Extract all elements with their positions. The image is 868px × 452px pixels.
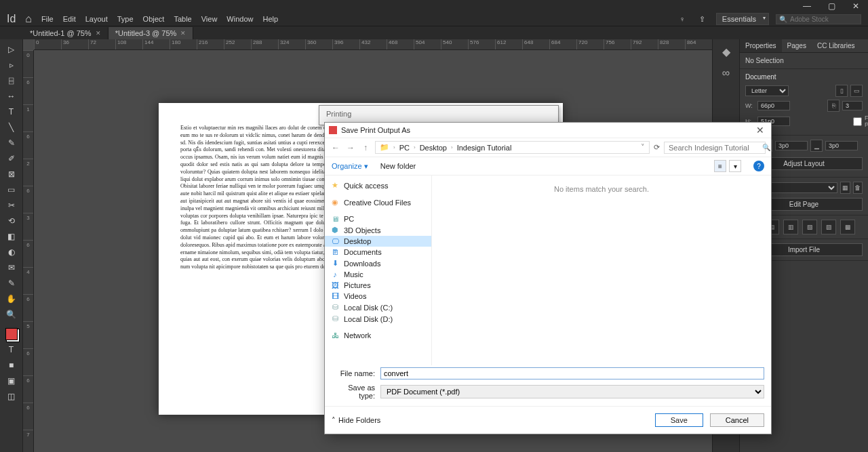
gradient-feather-tool-icon[interactable]: ◐ [4, 246, 19, 258]
tab-cclibraries[interactable]: CC Libraries [812, 39, 861, 52]
close-tab-icon[interactable]: ✕ [180, 30, 186, 37]
align-opt-5-icon[interactable]: ▨ [821, 220, 836, 234]
menu-help[interactable]: Help [262, 15, 278, 23]
menu-type[interactable]: Type [117, 15, 134, 23]
crumb-pc[interactable]: PC [399, 144, 410, 152]
doc-tab-1[interactable]: *Untitled-1 @ 75%✕ [23, 27, 108, 39]
zoom-tool-icon[interactable]: 🔍 [4, 308, 19, 321]
folder-contents[interactable]: No items match your search. [432, 176, 771, 365]
gradient-swatch-tool-icon[interactable]: ◧ [4, 230, 19, 243]
crumb-desktop[interactable]: Desktop [420, 144, 447, 152]
minimize-app[interactable]: — [800, 1, 814, 11]
hide-folders-toggle[interactable]: ˄Hide Folders [332, 416, 380, 425]
hand-tool-icon[interactable]: ✋ [4, 293, 19, 305]
menu-layout[interactable]: Layout [85, 15, 108, 23]
cancel-button[interactable]: Cancel [710, 413, 764, 427]
save-button[interactable]: Save [655, 413, 703, 427]
menu-file[interactable]: File [41, 15, 54, 23]
tree-local-disk-c[interactable]: ⛁Local Disk (C:) [325, 302, 431, 313]
refresh-button[interactable]: ⟳ [654, 143, 660, 152]
tree-local-disk-d[interactable]: ⛁Local Disk (D:) [325, 313, 431, 325]
saveas-type-select[interactable]: PDF Document (*.pdf) [380, 385, 764, 398]
portrait-icon[interactable]: ▯ [835, 85, 848, 97]
menu-table[interactable]: Table [174, 15, 191, 23]
cc-libraries-icon[interactable]: ◆ [718, 43, 734, 60]
eyedropper-tool-icon[interactable]: ✎ [4, 277, 19, 289]
screen-mode-icon[interactable]: ▣ [4, 375, 19, 387]
tree-documents[interactable]: 🖹Documents [325, 247, 431, 258]
new-guide-icon[interactable]: ▦ [840, 182, 850, 194]
tree-videos[interactable]: 🎞Videos [325, 291, 431, 302]
close-dialog-button[interactable]: ✕ [753, 125, 767, 136]
tree-pictures[interactable]: 🖼Pictures [325, 280, 431, 291]
close-app[interactable]: ✕ [849, 1, 863, 11]
menu-window[interactable]: Window [226, 15, 253, 23]
view-dropdown-button[interactable]: ▾ [729, 160, 741, 172]
tree-cc-files[interactable]: ◉Creative Cloud Files [325, 197, 431, 208]
scissors-tool-icon[interactable]: ✂ [4, 199, 19, 211]
tree-music[interactable]: ♪Music [325, 269, 431, 280]
forward-button[interactable]: → [345, 143, 356, 152]
links-icon[interactable]: ∞ [718, 65, 734, 81]
rectangle-frame-tool-icon[interactable]: ⊠ [4, 168, 19, 180]
tree-quick-access[interactable]: ★Quick access [325, 180, 431, 191]
adobe-stock-search[interactable]: 🔍 [776, 14, 861, 24]
tree-pc[interactable]: 🖥PC [325, 213, 431, 224]
delete-guide-icon[interactable]: 🗑 [853, 182, 863, 194]
tab-properties[interactable]: Properties [740, 39, 782, 52]
type-tool-icon[interactable]: T [4, 106, 19, 118]
tree-desktop[interactable]: 🖵Desktop [325, 236, 431, 247]
back-button[interactable]: ← [330, 143, 341, 152]
folder-search-input[interactable] [669, 144, 762, 152]
margin-a-input[interactable] [775, 141, 808, 150]
pages-count-input[interactable] [842, 101, 863, 110]
align-opt-3-icon[interactable]: ▥ [783, 220, 798, 234]
tab-pages[interactable]: Pages [782, 39, 812, 52]
filename-input[interactable] [380, 367, 764, 379]
up-button[interactable]: ↑ [360, 143, 371, 152]
selection-tool-icon[interactable]: ▷ [4, 43, 19, 56]
apply-color-icon[interactable]: ■ [4, 359, 19, 371]
tree-downloads[interactable]: ⬇Downloads [325, 258, 431, 269]
share-icon[interactable]: ⇪ [696, 15, 709, 24]
folder-search[interactable]: 🔍 [664, 142, 766, 154]
rectangle-tool-icon[interactable]: ▭ [4, 184, 19, 196]
fill-stroke-swatch[interactable] [4, 328, 19, 340]
tips-icon[interactable]: ♀ [675, 15, 689, 23]
pencil-tool-icon[interactable]: ✐ [4, 152, 19, 165]
crumb-folder[interactable]: Indesign Tutorial [457, 144, 512, 152]
menu-view[interactable]: View [201, 15, 218, 23]
tree-network[interactable]: 🖧Network [325, 330, 431, 341]
margin-b-input[interactable] [825, 141, 858, 150]
workspace-dropdown[interactable]: Essentials [716, 13, 769, 25]
gap-tool-icon[interactable]: ↔ [4, 90, 19, 102]
align-opt-4-icon[interactable]: ▧ [802, 220, 817, 234]
format-text-icon[interactable]: T [4, 344, 19, 356]
view-options-icon[interactable]: ◫ [4, 390, 19, 403]
page-tool-icon[interactable]: ⌸ [4, 75, 19, 87]
facing-pages-check[interactable]: Facing Pages [853, 115, 863, 128]
direct-select-tool-icon[interactable]: ▹ [4, 59, 19, 71]
view-mode-button[interactable]: ≡ [714, 160, 726, 172]
organize-menu[interactable]: Organize ▾ [332, 162, 368, 171]
stock-search-input[interactable] [790, 16, 858, 23]
help-button[interactable]: ? [753, 161, 764, 171]
line-tool-icon[interactable]: ╲ [4, 121, 19, 133]
doc-tab-2[interactable]: *Untitled-3 @ 75%✕ [108, 27, 194, 39]
breadcrumb[interactable]: 📁 › PC › Desktop › Indesign Tutorial ˅ [375, 141, 650, 154]
menu-object[interactable]: Object [143, 15, 165, 23]
restore-app[interactable]: ▢ [825, 1, 838, 11]
align-opt-6-icon[interactable]: ▩ [840, 220, 855, 234]
close-tab-icon[interactable]: ✕ [96, 30, 101, 37]
home-icon[interactable]: ⌂ [25, 13, 32, 25]
landscape-icon[interactable]: ▭ [850, 85, 863, 97]
menu-edit[interactable]: Edit [63, 15, 76, 23]
new-folder-button[interactable]: New folder [380, 162, 416, 170]
pen-tool-icon[interactable]: ✎ [4, 137, 19, 149]
free-transform-tool-icon[interactable]: ⟲ [4, 215, 19, 227]
breadcrumb-dropdown-icon[interactable]: ˅ [641, 143, 645, 152]
tree-3d-objects[interactable]: ⬢3D Objects [325, 224, 431, 236]
width-input[interactable] [757, 101, 790, 110]
page-size-select[interactable]: Letter [745, 85, 789, 96]
note-tool-icon[interactable]: ✉ [4, 262, 19, 274]
